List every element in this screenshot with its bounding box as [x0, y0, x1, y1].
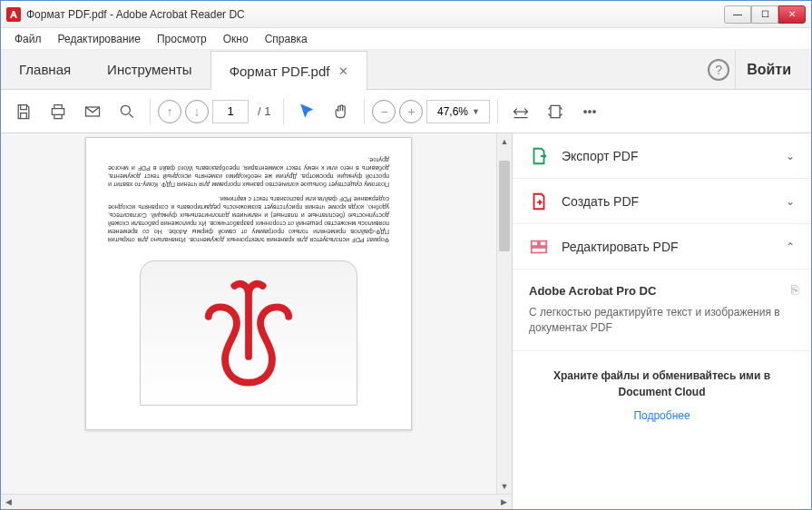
- svg-point-6: [593, 110, 596, 113]
- search-icon[interactable]: [112, 96, 142, 127]
- zoom-out-icon[interactable]: −: [372, 100, 396, 123]
- menu-view[interactable]: Просмотр: [149, 30, 215, 48]
- copy-icon[interactable]: ⎘: [791, 282, 798, 297]
- menu-edit[interactable]: Редактирование: [50, 30, 149, 48]
- window-controls: — ☐ ✕: [724, 5, 806, 24]
- scroll-left-icon[interactable]: ◀: [1, 495, 16, 509]
- minimize-button[interactable]: —: [724, 5, 751, 24]
- tab-home[interactable]: Главная: [1, 50, 89, 89]
- main-area: Формат PDF используется для хранения эле…: [1, 133, 811, 509]
- svg-rect-9: [532, 247, 547, 252]
- horizontal-scrollbar[interactable]: ◀ ▶: [1, 494, 512, 509]
- cloud-link[interactable]: Подробнее: [529, 409, 795, 422]
- menubar: Файл Редактирование Просмотр Окно Справк…: [1, 28, 811, 50]
- chevron-down-icon: ⌄: [786, 150, 795, 162]
- caret-down-icon: ▼: [472, 107, 480, 116]
- mail-icon[interactable]: [77, 96, 108, 127]
- panel-create-pdf[interactable]: Создать PDF ⌄: [513, 179, 811, 224]
- panel-pro-detail: ⎘ Adobe Acrobat Pro DC С легкостью редак…: [513, 270, 811, 351]
- tab-document-label: Формат PDF.pdf: [230, 64, 330, 79]
- panel-export-pdf[interactable]: Экспорт PDF ⌄: [513, 133, 811, 179]
- menu-window[interactable]: Окно: [215, 30, 257, 48]
- document-text: Формат PDF используется для хранения эле…: [108, 156, 389, 244]
- print-icon[interactable]: [43, 96, 73, 127]
- scroll-thumb[interactable]: [499, 161, 510, 251]
- cloud-message: Храните файлы и обменивайтесь ими в Docu…: [529, 368, 795, 400]
- panel-edit-pdf[interactable]: Редактировать PDF ⌃: [513, 224, 811, 270]
- svg-rect-0: [6, 7, 21, 22]
- panel-export-label: Экспорт PDF: [562, 149, 773, 163]
- tools-panel: Экспорт PDF ⌄ Создать PDF ⌄ Редактироват…: [512, 133, 811, 509]
- vertical-scrollbar[interactable]: ▲ ▼: [496, 133, 512, 494]
- hand-icon[interactable]: [326, 96, 357, 127]
- page-up-icon[interactable]: ↑: [158, 100, 181, 123]
- fit-width-icon[interactable]: [505, 96, 536, 127]
- svg-point-2: [121, 105, 130, 114]
- scroll-right-icon[interactable]: ▶: [496, 495, 512, 509]
- export-pdf-icon: [529, 146, 549, 166]
- svg-point-5: [589, 110, 592, 113]
- panel-create-label: Создать PDF: [562, 194, 773, 209]
- tab-tools[interactable]: Инструменты: [89, 50, 210, 89]
- close-button[interactable]: ✕: [778, 5, 806, 24]
- svg-rect-8: [540, 240, 546, 246]
- document-area: Формат PDF используется для хранения эле…: [1, 133, 512, 509]
- document-scroll[interactable]: Формат PDF используется для хранения эле…: [1, 133, 496, 494]
- tab-document[interactable]: Формат PDF.pdf ✕: [210, 51, 368, 90]
- document-page: Формат PDF используется для хранения эле…: [85, 137, 412, 430]
- zoom-in-icon[interactable]: +: [399, 100, 423, 123]
- page-down-icon[interactable]: ↓: [185, 100, 209, 123]
- maximize-button[interactable]: ☐: [751, 5, 778, 24]
- titlebar: Формат PDF.pdf - Adobe Acrobat Reader DC…: [1, 1, 811, 28]
- panel-cloud-promo: Храните файлы и обменивайтесь ими в Docu…: [513, 351, 811, 438]
- zoom-value: 47,6%: [437, 105, 468, 118]
- panel-edit-label: Редактировать PDF: [562, 240, 773, 254]
- edit-pdf-icon: [529, 237, 549, 257]
- tabbar: Главная Инструменты Формат PDF.pdf ✕ ? В…: [1, 50, 811, 90]
- menu-file[interactable]: Файл: [6, 30, 50, 48]
- help-icon[interactable]: ?: [708, 59, 729, 81]
- window-title: Формат PDF.pdf - Adobe Acrobat Reader DC: [26, 8, 724, 21]
- toolbar: ↑ ↓ / 1 − + 47,6% ▼: [1, 90, 811, 133]
- svg-point-4: [584, 110, 587, 113]
- zoom-select[interactable]: 47,6% ▼: [426, 100, 490, 123]
- create-pdf-icon: [529, 191, 549, 211]
- page-total-label: / 1: [252, 104, 276, 118]
- menu-help[interactable]: Справка: [257, 30, 316, 48]
- app-icon: [6, 7, 21, 22]
- chevron-up-icon: ⌃: [786, 240, 795, 253]
- fit-page-icon[interactable]: [540, 96, 571, 127]
- svg-rect-7: [532, 240, 538, 246]
- signin-button[interactable]: Войти: [735, 50, 802, 89]
- more-icon[interactable]: [574, 96, 605, 127]
- tab-close-icon[interactable]: ✕: [338, 64, 348, 78]
- svg-rect-3: [551, 105, 560, 117]
- save-icon[interactable]: [8, 96, 39, 127]
- scroll-down-icon[interactable]: ▼: [497, 478, 512, 494]
- pro-title: Adobe Acrobat Pro DC: [529, 284, 795, 298]
- adobe-logo-image: [140, 260, 357, 406]
- page-number-input[interactable]: [212, 100, 249, 123]
- chevron-down-icon: ⌄: [786, 195, 795, 208]
- select-icon[interactable]: [291, 96, 322, 127]
- scroll-up-icon[interactable]: ▲: [497, 133, 512, 149]
- pro-description: С легкостью редактируйте текст и изображ…: [529, 305, 795, 336]
